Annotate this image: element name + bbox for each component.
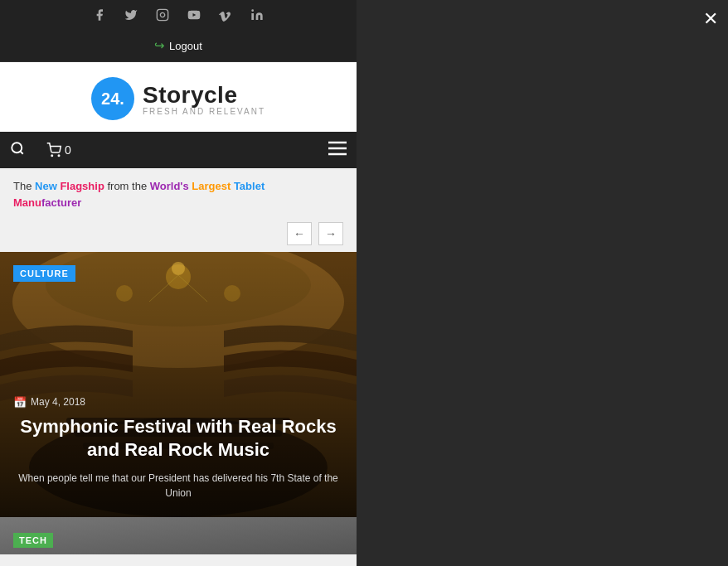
article-card-2[interactable]: TECH — [0, 517, 357, 554]
svg-line-5 — [20, 151, 22, 153]
logout-icon: ↪ — [154, 38, 165, 53]
article-tag-2: TECH — [13, 533, 53, 548]
cart-count: 0 — [65, 143, 71, 157]
left-arrow-icon: ← — [294, 227, 305, 240]
instagram-icon[interactable] — [156, 8, 169, 25]
hamburger-menu-icon[interactable] — [328, 141, 347, 160]
svg-point-4 — [12, 143, 22, 152]
logout-button[interactable]: ↪ Logout — [154, 38, 202, 53]
svg-rect-0 — [157, 9, 167, 20]
logo-circle: 24. — [91, 77, 134, 120]
svg-rect-25 — [0, 517, 357, 554]
ticker-area: The New Flagship from the World's Larges… — [0, 168, 357, 217]
right-panel: ✕ — [357, 0, 728, 566]
logo-name: Storycle — [143, 82, 265, 109]
right-arrow-icon: → — [325, 227, 337, 240]
social-bar — [0, 0, 357, 33]
article-date: 📅 May 4, 2018 — [13, 396, 343, 409]
prev-arrow-button[interactable]: ← — [287, 222, 312, 245]
logo-tagline: FRESH AND RELEVANT — [143, 107, 265, 116]
article-excerpt: When people tell me that our President h… — [13, 471, 343, 501]
svg-point-7 — [58, 155, 60, 157]
ticker-text: The New Flagship from the World's Larges… — [13, 178, 343, 210]
youtube-icon[interactable] — [187, 8, 201, 25]
nav-arrows: ← → — [0, 217, 357, 252]
logout-bar: ↪ Logout — [0, 33, 357, 62]
article-title: Symphonic Festival with Real Rocks and R… — [13, 415, 343, 462]
logo-number: 24. — [101, 89, 124, 109]
left-panel: ↪ Logout 24. Storycle FRESH AND RELEVANT… — [0, 0, 357, 566]
facebook-icon[interactable] — [93, 8, 106, 25]
vimeo-icon[interactable] — [219, 8, 232, 25]
article-content: 📅 May 4, 2018 Symphonic Festival with Re… — [0, 252, 357, 517]
article-card-2-background — [0, 517, 357, 554]
logo-text: Storycle FRESH AND RELEVANT — [143, 82, 265, 116]
logo-area: 24. Storycle FRESH AND RELEVANT — [0, 62, 357, 132]
twitter-icon[interactable] — [124, 8, 138, 25]
next-arrow-button[interactable]: → — [318, 222, 343, 245]
article-card[interactable]: CULTURE 📅 May 4, 2018 Symphonic Festival… — [0, 252, 357, 517]
svg-point-6 — [51, 155, 53, 157]
linkedin-icon[interactable] — [250, 8, 264, 25]
article-date-text: May 4, 2018 — [31, 396, 85, 408]
nav-bar: 0 — [0, 132, 357, 168]
close-button[interactable]: ✕ — [703, 10, 718, 28]
cart-icon[interactable] — [46, 143, 61, 157]
svg-point-3 — [251, 9, 254, 12]
logout-label: Logout — [169, 40, 202, 52]
calendar-icon: 📅 — [13, 396, 27, 409]
search-icon[interactable] — [10, 141, 25, 160]
